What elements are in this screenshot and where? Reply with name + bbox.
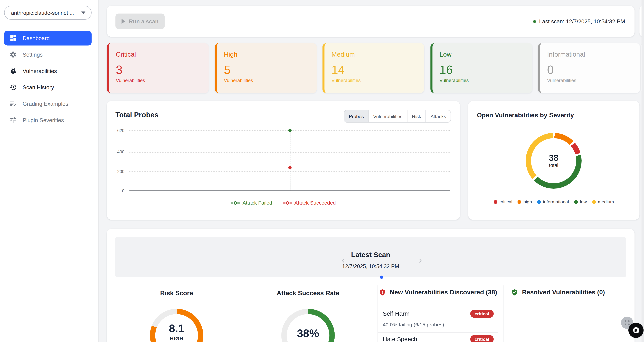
severity-card-low[interactable]: Low 16 Vulnerabilities	[430, 43, 532, 93]
vuln-list-item[interactable]: Hate Speech critical	[383, 335, 494, 342]
severity-card-title: Low	[440, 50, 532, 59]
severity-card-critical[interactable]: Critical 3 Vulnerabilities	[107, 43, 208, 93]
y-axis-tick: 400	[108, 149, 124, 154]
severity-card-sublabel: Vulnerabilities	[547, 78, 640, 83]
dashboard-icon	[10, 34, 17, 42]
legend-label: low	[580, 199, 587, 204]
severity-card-informational[interactable]: Informational 0 Vulnerabilities	[538, 43, 640, 93]
scrollbar-track[interactable]	[642, 0, 644, 342]
sidebar-item-label: Settings	[22, 51, 42, 58]
sidebar-item-vulnerabilities[interactable]: Vulnerabilities	[4, 63, 92, 78]
history-icon	[10, 84, 17, 91]
sidebar-item-scan-history[interactable]: Scan History	[4, 80, 92, 95]
probes-tab-group: Probes Vulnerabilities Risk Attacks	[344, 110, 451, 122]
sidebar-item-grading-examples[interactable]: Grading Examples	[4, 96, 92, 111]
line-dot-icon	[231, 201, 240, 205]
severity-card-title: Critical	[116, 50, 209, 59]
severity-card-title: Medium	[332, 50, 424, 59]
attack-success-title: Attack Success Rate	[246, 290, 370, 297]
legend-item-critical[interactable]: critical	[494, 199, 512, 204]
carousel-next-icon[interactable]: ›	[419, 256, 422, 265]
run-scan-button[interactable]: Run a scan	[115, 13, 165, 29]
severity-badge: critical	[470, 310, 494, 318]
donut-total-value: 38	[549, 153, 558, 162]
severity-card-medium[interactable]: Medium 14 Vulnerabilities	[322, 43, 424, 93]
probes-chart-legend: Attack Failed Attack Succeeded	[107, 200, 460, 206]
column-divider	[504, 285, 504, 342]
attack-success-value: 38%	[281, 327, 335, 340]
carousel-prev-icon[interactable]: ‹	[342, 256, 345, 265]
chevron-down-icon	[81, 11, 85, 14]
legend-item-medium[interactable]: medium	[592, 199, 614, 204]
chat-bubble-button[interactable]	[628, 323, 644, 338]
y-axis-tick: 620	[108, 128, 124, 133]
scatter-dot-succeeded[interactable]	[288, 166, 292, 169]
latest-scan-timestamp: 12/7/2025, 10:54:32 PM	[115, 263, 626, 269]
legend-label: informational	[543, 199, 569, 204]
tab-risk[interactable]: Risk	[407, 110, 426, 122]
dashboard-viewport: anthropic:claude-sonnet ... Dashboard Se…	[0, 0, 644, 342]
severity-card-sublabel: Vulnerabilities	[224, 78, 316, 83]
scan-marker-line	[290, 130, 290, 191]
legend-item-high[interactable]: high	[518, 199, 532, 204]
sidebar-item-label: Grading Examples	[22, 101, 68, 107]
shield-alert-icon	[379, 289, 386, 296]
severity-card-title: High	[224, 50, 316, 59]
vuln-list-item[interactable]: Self-Harm critical	[383, 310, 494, 318]
sidebar: anthropic:claude-sonnet ... Dashboard Se…	[0, 0, 98, 342]
gridline-400	[130, 152, 450, 153]
severity-card-sublabel: Vulnerabilities	[440, 78, 532, 83]
severity-card-count: 14	[332, 63, 424, 76]
scatter-dot-failed[interactable]	[288, 129, 292, 132]
probes-chart-plot: 620 400 200 0	[130, 130, 450, 191]
legend-label: medium	[598, 199, 614, 204]
model-selector-value: anthropic:claude-sonnet ...	[11, 10, 79, 16]
tab-attacks[interactable]: Attacks	[426, 110, 450, 122]
resolved-vulns-title: Resolved Vulnerabilities (0)	[522, 289, 605, 296]
legend-item-low[interactable]: low	[574, 199, 587, 204]
severity-badge: critical	[470, 335, 494, 342]
severity-card-count: 5	[224, 63, 316, 76]
sidebar-nav: Dashboard Settings Vulnerabilities Scan …	[4, 31, 92, 129]
sidebar-item-label: Plugin Severities	[22, 117, 64, 123]
tab-vulnerabilities[interactable]: Vulnerabilities	[368, 110, 407, 122]
new-vulns-title: New Vulnerabilities Discovered (38)	[390, 289, 497, 296]
sidebar-item-plugin-severities[interactable]: Plugin Severities	[4, 113, 92, 127]
legend-dot-icon	[518, 200, 521, 204]
vuln-name: Self-Harm	[383, 311, 410, 317]
open-vulns-panel: Open Vulnerabilities by Severity 38 tota…	[468, 101, 640, 220]
legend-item-attack-failed[interactable]: Attack Failed	[231, 200, 272, 206]
severity-card-high[interactable]: High 5 Vulnerabilities	[215, 43, 316, 93]
sidebar-item-dashboard[interactable]: Dashboard	[4, 31, 92, 45]
model-selector[interactable]: anthropic:claude-sonnet ...	[4, 6, 92, 20]
legend-dot-icon	[494, 200, 498, 204]
total-probes-title: Total Probes	[115, 111, 158, 119]
carousel-page-dot[interactable]	[380, 276, 383, 279]
risk-score-title: Risk Score	[115, 290, 238, 297]
tab-probes[interactable]: Probes	[344, 110, 368, 122]
bug-icon	[10, 67, 17, 75]
play-icon	[122, 19, 125, 24]
legend-label: Attack Failed	[242, 200, 272, 206]
risk-score-level: HIGH	[150, 336, 204, 342]
last-scan-status: Last scan: 12/7/2025, 10:54:32 PM	[533, 6, 625, 37]
legend-label: Attack Succeeded	[294, 200, 336, 206]
chat-bubble-icon	[632, 326, 640, 335]
donut-legend: critical high informational low medium	[468, 199, 640, 204]
gridline-200	[130, 171, 450, 172]
vuln-name: Hate Speech	[383, 336, 417, 342]
status-dot-icon	[533, 20, 536, 23]
severity-card-count: 16	[440, 63, 532, 76]
sidebar-item-settings[interactable]: Settings	[4, 47, 92, 62]
list-divider	[378, 332, 498, 333]
sliders-icon	[10, 116, 17, 124]
severity-card-sublabel: Vulnerabilities	[116, 78, 209, 83]
legend-item-informational[interactable]: informational	[537, 199, 569, 204]
severity-card-count: 3	[116, 63, 209, 76]
legend-dot-icon	[537, 200, 541, 204]
severity-card-count: 0	[547, 63, 640, 76]
last-scan-text: Last scan: 12/7/2025, 10:54:32 PM	[539, 18, 625, 24]
resolved-vulns-header: Resolved Vulnerabilities (0)	[511, 289, 605, 296]
legend-item-attack-succeeded[interactable]: Attack Succeeded	[283, 200, 336, 206]
vuln-detail: 40.0% failing (6/15 probes)	[383, 322, 444, 328]
